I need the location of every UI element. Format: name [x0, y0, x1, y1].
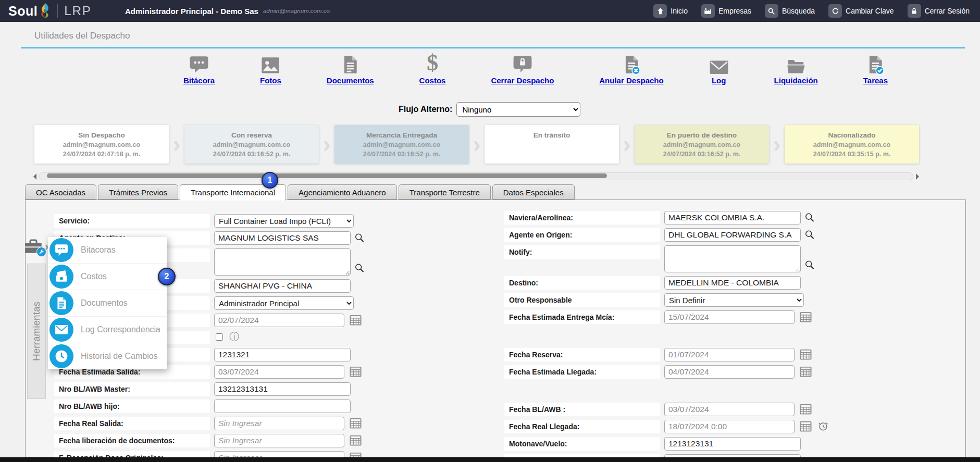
menu-item-log-correspondencia[interactable]: Log Correspondencia — [48, 317, 167, 343]
toolbar-documentos[interactable]: Documentos — [327, 53, 374, 85]
stage-card-con-reserva[interactable]: Con reserva admin@magnum.com.co 24/07/20… — [184, 125, 319, 164]
left-field-7-input[interactable] — [214, 348, 351, 361]
alarm-clock-icon[interactable] — [817, 420, 829, 434]
fecha-liberaci-n-de-documentos-input[interactable] — [214, 434, 344, 447]
destino-input[interactable] — [664, 276, 801, 290]
stage-separator-icon: › — [169, 128, 184, 161]
wrench-icon — [36, 247, 46, 257]
menu-item-historial-de-cambios[interactable]: Historial de Cambios — [48, 343, 167, 369]
left-field-3-input[interactable] — [214, 279, 351, 293]
field-label: Otro Responsable — [504, 293, 660, 307]
field-control: Administrador Principal — [214, 296, 354, 310]
stage-card-sin-despacho[interactable]: Sin Despacho admin@magnum.com.co 24/07/2… — [34, 125, 169, 164]
fecha-estimada-salida-input[interactable] — [214, 365, 344, 379]
left-field-4-select[interactable]: Administrador Principal — [214, 296, 354, 310]
stage-title: Sin Despacho — [34, 131, 169, 139]
toolbar-anular-despacho[interactable]: Anular Despacho — [599, 53, 663, 85]
brand-divider — [57, 4, 58, 18]
agente-en-destino-input[interactable] — [214, 231, 351, 245]
menu-item-documentos[interactable]: Documentos — [48, 290, 167, 317]
scrollbar-track[interactable] — [39, 172, 913, 180]
toolbar-tareas[interactable]: Tareas — [863, 53, 888, 85]
tab-oc-asociadas[interactable]: OC Asociadas — [25, 184, 96, 199]
stage-card-mercanc-a-entregada[interactable]: Mercancía Entregada admin@magnum.com.co … — [334, 125, 469, 164]
calendar-icon[interactable] — [800, 421, 812, 434]
form-column-right: Naviera/Aerolínea: Agente en Origen: Not… — [504, 211, 829, 462]
info-icon[interactable]: ⓘ — [229, 331, 239, 343]
fecha-bl-awb-input[interactable] — [664, 403, 795, 416]
search-lookup-icon[interactable] — [804, 212, 815, 225]
stage-card-en-tr-nsito[interactable]: En tránsito — [485, 125, 619, 164]
fecha-real-salida-input[interactable] — [214, 417, 344, 430]
naviera-aerol-nea-input[interactable] — [664, 211, 801, 224]
fecha-estimada-entrega-mc-a-input[interactable] — [664, 310, 795, 324]
field-label: Fecha BL/AWB : — [504, 403, 660, 416]
servicio-select[interactable]: Full Container Load Impo (FCLI) — [214, 214, 354, 228]
nav-cambiar-clave[interactable]: Cambiar Clave — [828, 4, 894, 18]
fecha-real-llegada-input[interactable] — [664, 420, 795, 433]
tab-transporte-terrestre[interactable]: Transporte Terrestre — [399, 184, 491, 199]
toolbar-costos[interactable]: $ Costos — [419, 53, 446, 85]
search-lookup-icon[interactable] — [354, 232, 365, 245]
brand-product: LRP — [64, 4, 92, 18]
field-control — [214, 417, 362, 431]
herramientas-strip[interactable]: Herramientas — [27, 264, 46, 399]
fecha-reserva-input[interactable] — [664, 348, 795, 361]
left-field-6-checkbox[interactable] — [216, 333, 223, 341]
herramientas-launcher[interactable]: › — [24, 239, 48, 255]
stages-scrollbar[interactable] — [30, 172, 922, 180]
nro-bl-awb-master-input[interactable] — [214, 382, 351, 396]
nro-bl-awb-hijo-input[interactable] — [214, 399, 351, 413]
motonave-vuelo-input[interactable] — [664, 437, 801, 451]
tab-tr-mites-previos[interactable]: Trámites Previos — [98, 184, 178, 199]
home-icon — [653, 4, 667, 18]
search-lookup-icon[interactable] — [804, 259, 815, 272]
left-field-5-input[interactable] — [214, 314, 344, 327]
toolbar-cerrar-despacho[interactable]: Cerrar Despacho — [491, 53, 554, 85]
field-label: Agente en Origen: — [504, 228, 660, 242]
calendar-icon[interactable] — [350, 315, 362, 328]
stage-card-en-puerto-de-destino[interactable]: En puerto de destino admin@magnum.com.co… — [635, 125, 769, 164]
otro-responsable-select[interactable]: Sin Definir — [664, 293, 804, 307]
scroll-left-arrow-icon[interactable] — [30, 173, 36, 180]
brand: Soul LRP — [8, 0, 92, 22]
nav-b-squeda[interactable]: Búsqueda — [765, 4, 815, 18]
calendar-icon[interactable] — [800, 311, 812, 324]
user-role-title: Administrador Principal - Demo Sas — [125, 7, 258, 16]
tab-datos-especiales[interactable]: Datos Especiales — [492, 184, 575, 199]
search-lookup-icon[interactable] — [804, 229, 815, 242]
menu-item-bitacoras[interactable]: Bitacoras — [48, 237, 167, 264]
scrollbar-thumb[interactable] — [47, 173, 607, 178]
form-row: Motonave/Vuelo: — [504, 437, 829, 451]
nav-inicio[interactable]: Inicio — [653, 4, 688, 18]
toolbar-label: Bitácora — [183, 76, 215, 85]
calendar-icon[interactable] — [800, 349, 812, 362]
scroll-right-arrow-icon[interactable] — [916, 173, 922, 180]
calendar-icon[interactable] — [800, 366, 812, 379]
nav-empresas[interactable]: Empresas — [701, 4, 751, 18]
left-field-2-textarea[interactable] — [214, 248, 351, 276]
calendar-icon[interactable] — [350, 366, 362, 379]
tab-agenciamiento-aduanero[interactable]: Agenciamiento Aduanero — [288, 184, 397, 199]
stage-date: 24/07/2024 03:35:15 p. m. — [785, 149, 919, 159]
doc-icon — [49, 291, 73, 315]
menu-item-costos[interactable]: Costos 2 — [48, 264, 167, 290]
nav-cerrar-sesi-n[interactable]: Cerrar Sesión — [908, 4, 970, 18]
toolbar-label: Liquidación — [774, 76, 818, 85]
agente-en-origen-input[interactable] — [664, 228, 801, 242]
toolbar-fotos[interactable]: Fotos — [260, 53, 281, 85]
calendar-icon[interactable] — [350, 435, 362, 448]
notify-textarea[interactable] — [664, 245, 801, 272]
fecha-estimada-llegada-input[interactable] — [664, 365, 795, 379]
calendar-icon[interactable] — [350, 418, 362, 431]
stage-card-nacionalizado[interactable]: Nacionalizado admin@magnum.com.co 24/07/… — [785, 125, 919, 164]
search-icon — [765, 4, 778, 18]
toolbar-bit-cora[interactable]: Bitácora — [183, 53, 215, 85]
toolbar-log[interactable]: Log — [709, 53, 729, 85]
field-label: Fecha Estimada Entrega Mcía: — [504, 310, 660, 324]
flow-select[interactable]: Ninguno — [456, 102, 580, 117]
toolbar-liquidaci-n[interactable]: Liquidación — [774, 53, 818, 85]
clock-icon — [49, 344, 73, 368]
calendar-icon[interactable] — [800, 404, 812, 417]
search-lookup-icon[interactable] — [354, 263, 365, 276]
